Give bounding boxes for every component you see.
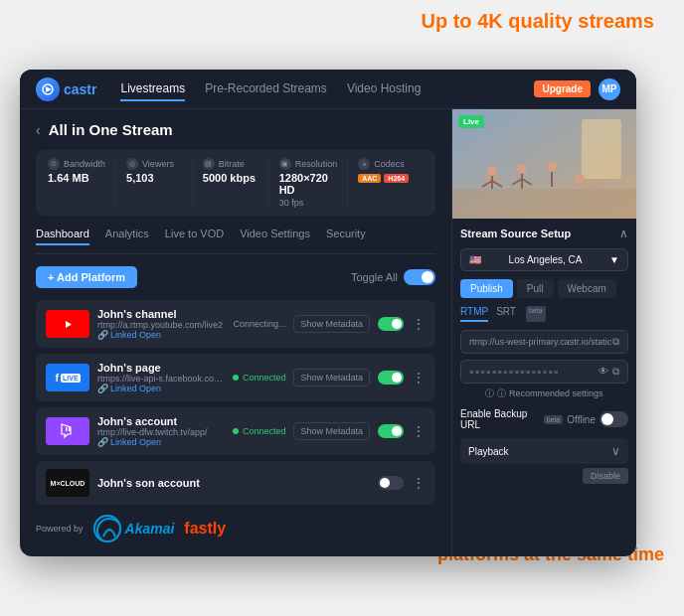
youtube-info: John's channel rtmp://a.rtmp.youtube.com… — [97, 308, 225, 340]
eye-icon[interactable]: 👁 — [598, 366, 608, 378]
platform-row-mixcloud: M×CLOUD John's son account ⋮ — [36, 461, 435, 505]
facebook-show-metadata-button[interactable]: Show Metadata — [293, 369, 370, 386]
source-tab-publish[interactable]: Publish — [460, 279, 513, 298]
back-arrow-icon[interactable]: ‹ — [36, 122, 41, 138]
facebook-url: rtmps://live-api-s.facebook.com:443/rtmp — [97, 374, 225, 384]
stream-preview: Live — [452, 109, 636, 219]
youtube-logo — [46, 310, 89, 338]
stat-codecs-label: ≡ Codecs — [358, 158, 414, 170]
toggle-all: Toggle All — [351, 269, 435, 285]
facebook-link[interactable]: 🔗Linked Open — [97, 384, 225, 393]
backup-url-row: Enable Backup URL beta Offline — [460, 408, 628, 430]
twitch-show-metadata-button[interactable]: Show Metadata — [293, 422, 370, 440]
twitch-link[interactable]: 🔗Linked Open — [97, 437, 225, 447]
source-tab-webcam[interactable]: Webcam — [558, 279, 616, 298]
tab-dashboard[interactable]: Dashboard — [36, 228, 89, 245]
toggle-all-label: Toggle All — [351, 271, 398, 283]
nav-livestreams[interactable]: Livestreams — [120, 77, 185, 101]
youtube-show-metadata-button[interactable]: Show Metadata — [293, 315, 370, 333]
svg-point-16 — [517, 164, 527, 174]
stat-resolution: ▣ Resolution 1280×720 HD 30 fps — [269, 158, 349, 208]
stat-resolution-value: 1280×720 HD — [279, 172, 338, 196]
fps-value: 30 fps — [279, 198, 338, 208]
page-header: ‹ All in One Stream — [36, 121, 435, 138]
toggle-all-switch[interactable] — [404, 269, 435, 285]
chevron-icon[interactable]: ∧ — [619, 227, 628, 240]
resolution-icon: ▣ — [279, 158, 291, 170]
offline-label: Offline — [567, 414, 596, 425]
streaming-key-text: ×××××××××××××××× — [469, 368, 560, 377]
twitch-info: John's account rtmp://live-dfw.twitch.tv… — [97, 415, 225, 447]
stat-codecs: ≡ Codecs AAC H264 — [348, 158, 424, 208]
svg-point-12 — [487, 166, 497, 176]
backup-url-label: Enable Backup URL — [460, 408, 542, 430]
nav-items: Livestreams Pre-Recorded Streams Video H… — [120, 77, 534, 101]
protocol-tab-srt[interactable]: SRT — [496, 306, 516, 322]
protocol-tab-rtmp[interactable]: RTMP — [460, 306, 488, 322]
logo: castr — [36, 77, 96, 101]
backup-beta-badge: beta — [544, 415, 564, 424]
mixcloud-logo: M×CLOUD — [46, 469, 89, 497]
right-panel: Live — [452, 109, 636, 556]
location-select[interactable]: 🇺🇸 Los Angeles, CA ▼ — [460, 248, 628, 271]
tab-analytics[interactable]: Analytics — [105, 228, 149, 245]
facebook-toggle[interactable] — [378, 371, 404, 385]
copy-key-icon[interactable]: ⧉ — [612, 366, 619, 378]
flag-icon: 🇺🇸 — [469, 254, 481, 265]
mixcloud-toggle[interactable] — [378, 476, 404, 490]
location-text: Los Angeles, CA — [509, 254, 583, 265]
playback-section: Playback ∨ — [460, 438, 628, 464]
stat-bandwidth: ⊙ Bandwidth 1.64 MB — [48, 158, 116, 208]
platform-row-facebook: f LIVE John's page rtmps://live-api-s.fa… — [36, 354, 435, 401]
facebook-status-dot — [233, 375, 239, 381]
playback-chevron-icon[interactable]: ∨ — [611, 444, 620, 458]
youtube-url: rtmp://a.rtmp.youtube.com/live2 — [97, 320, 225, 330]
akamai-logo: Akamai — [93, 515, 175, 542]
recommended-settings[interactable]: ⓘ ⓘ Recommended settings — [460, 387, 628, 400]
copy-icon[interactable]: ⧉ — [612, 336, 619, 348]
badge-h264: H264 — [384, 174, 409, 183]
stat-resolution-label: ▣ Resolution — [279, 158, 338, 170]
app-window: castr Livestreams Pre-Recorded Streams V… — [20, 70, 636, 556]
left-panel: ‹ All in One Stream ⊙ Bandwidth 1.64 MB … — [20, 109, 452, 556]
svg-rect-6 — [69, 427, 71, 431]
fastly-text: fastly — [184, 520, 226, 538]
svg-point-20 — [547, 162, 557, 172]
akamai-text: Akamai — [125, 521, 175, 537]
disable-button[interactable]: Disable — [583, 468, 628, 484]
facebook-channel-name: John's page — [97, 362, 225, 374]
facebook-more-button[interactable]: ⋮ — [412, 370, 426, 385]
svg-rect-10 — [452, 189, 636, 219]
backup-url-toggle[interactable] — [599, 411, 628, 427]
twitch-more-button[interactable]: ⋮ — [412, 423, 426, 439]
tab-security[interactable]: Security — [326, 228, 366, 245]
nav-prerecorded[interactable]: Pre-Recorded Streams — [205, 77, 327, 101]
viewers-icon: ◎ — [126, 158, 138, 170]
tab-video-settings[interactable]: Video Settings — [240, 228, 310, 245]
youtube-more-button[interactable]: ⋮ — [412, 316, 426, 332]
source-tab-pull[interactable]: Pull — [517, 279, 554, 298]
youtube-status: Connecting... — [233, 319, 285, 329]
upgrade-button[interactable]: Upgrade — [534, 80, 591, 97]
annotation-top: Up to 4K quality streams — [421, 8, 654, 34]
youtube-link[interactable]: 🔗Linked Open — [97, 330, 225, 340]
stat-bitrate-label: ▤ Bitrate — [203, 158, 258, 170]
platform-row-youtube: John's channel rtmp://a.rtmp.youtube.com… — [36, 300, 435, 348]
avatar[interactable]: MP — [598, 78, 620, 100]
youtube-channel-name: John's channel — [97, 308, 225, 320]
navbar: castr Livestreams Pre-Recorded Streams V… — [20, 70, 636, 109]
rtmp-url-field[interactable]: rtmp://us-west-primary.castr.io/static ⧉ — [460, 330, 628, 354]
codecs-icon: ≡ — [358, 158, 370, 170]
twitch-toggle[interactable] — [378, 424, 404, 438]
logo-text: castr — [64, 81, 96, 97]
tab-live-to-vod[interactable]: Live to VOD — [165, 228, 224, 245]
mixcloud-more-button[interactable]: ⋮ — [412, 475, 426, 491]
youtube-toggle[interactable] — [378, 317, 404, 331]
setup-header: Stream Source Setup ∧ — [460, 227, 628, 240]
source-tabs: Publish Pull Webcam — [460, 279, 628, 298]
platform-bar: + Add Platform Toggle All — [36, 266, 435, 288]
streaming-key-field[interactable]: ×××××××××××××××× 👁 ⧉ — [460, 360, 628, 384]
add-platform-button[interactable]: + Add Platform — [36, 266, 137, 288]
setup-title: Stream Source Setup — [460, 228, 571, 239]
nav-video-hosting[interactable]: Video Hosting — [347, 77, 422, 101]
